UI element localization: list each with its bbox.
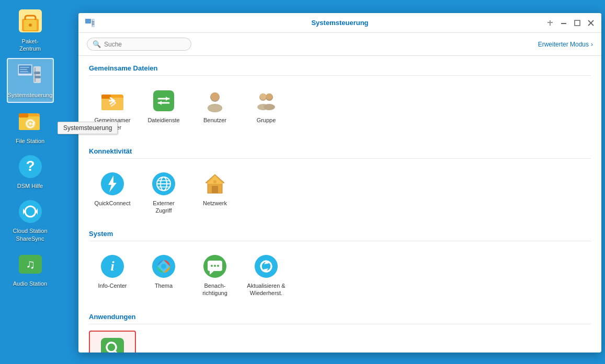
aktualisieren-label: Aktualisieren & Wiederherst. xyxy=(247,282,285,297)
audio-station-label: Audio Station xyxy=(13,280,47,287)
app-icon-thema[interactable]: Thema xyxy=(140,248,187,302)
file-station-icon xyxy=(17,108,44,135)
netzwerk-label: Netzwerk xyxy=(203,199,227,207)
svg-rect-31 xyxy=(85,19,91,24)
svg-rect-33 xyxy=(92,20,93,26)
svg-point-5 xyxy=(29,24,32,27)
svg-rect-84 xyxy=(101,338,124,353)
app-icon-info-center[interactable]: i Info-Center xyxy=(89,248,136,302)
dateidienste-icon xyxy=(151,88,176,113)
svg-rect-13 xyxy=(35,76,41,78)
svg-rect-14 xyxy=(20,67,29,68)
app-icon-externer-zugriff[interactable]: Externer Zugriff xyxy=(140,165,187,220)
svg-rect-15 xyxy=(20,69,27,70)
svg-point-81 xyxy=(255,255,278,278)
svg-point-50 xyxy=(211,92,219,101)
svg-point-26 xyxy=(19,200,42,223)
cloud-station-label: Cloud Station ShareSync xyxy=(13,227,47,242)
app-icon-aktualisieren[interactable]: Aktualisieren & Wiederherst. xyxy=(243,248,290,302)
maximize-button[interactable] xyxy=(573,19,581,27)
benutzer-label: Benutzer xyxy=(203,116,226,124)
search-icon: 🔍 xyxy=(93,40,101,48)
svg-text:♫: ♫ xyxy=(26,257,35,271)
benachrichtigung-icon xyxy=(202,254,227,279)
titlebar: Systemsteuerung xyxy=(78,13,601,33)
svg-point-55 xyxy=(264,104,275,110)
section-system: System i Info-Center xyxy=(89,230,591,302)
desktop-icon-systemsteuerung[interactable]: Systemsteuerung xyxy=(7,58,54,103)
gruppe-label: Gruppe xyxy=(257,116,276,124)
svg-text:?: ? xyxy=(26,158,35,174)
dsm-hilfe-icon: ? xyxy=(17,153,44,180)
minimize-button[interactable] xyxy=(560,19,568,27)
svg-rect-19 xyxy=(19,113,28,118)
icons-grid-system: i Info-Center xyxy=(89,248,591,302)
section-title-system: System xyxy=(89,230,591,241)
svg-point-22 xyxy=(29,123,31,125)
section-anwendungen: Anwendungen Indizierungs- diens xyxy=(89,313,591,353)
svg-rect-67 xyxy=(212,186,218,193)
section-konnektivitaet: Konnektivität QuickConnect xyxy=(89,147,591,220)
close-button[interactable] xyxy=(587,19,595,27)
benutzer-icon xyxy=(202,88,227,113)
app-icon-dateidienste[interactable]: Dateidienste xyxy=(140,82,187,137)
window-content: Gemeinsame Dateien xyxy=(78,56,601,353)
desktop-icon-cloud-station[interactable]: Cloud Station ShareSync xyxy=(7,195,54,245)
svg-rect-34 xyxy=(92,21,95,22)
desktop-icon-paket-zentrum[interactable]: Paket- Zentrum xyxy=(7,5,54,56)
advanced-mode-link[interactable]: Erweiterter Modus › xyxy=(538,41,593,48)
svg-point-56 xyxy=(260,93,266,100)
gemeinsamer-ordner-icon xyxy=(100,88,125,113)
pin-button[interactable] xyxy=(546,19,554,27)
externer-zugriff-icon xyxy=(151,171,176,196)
toolbar: 🔍 Erweiterter Modus › xyxy=(78,33,601,56)
svg-rect-44 xyxy=(101,95,111,99)
section-gemeinsame-dateien: Gemeinsame Dateien xyxy=(89,64,591,137)
thema-icon xyxy=(151,254,176,279)
section-title-konnektivitaet: Konnektivität xyxy=(89,147,591,159)
app-icon-quickconnect[interactable]: QuickConnect xyxy=(89,165,136,220)
gruppe-icon xyxy=(254,88,279,113)
svg-point-79 xyxy=(214,265,216,267)
advanced-mode-arrow: › xyxy=(591,41,593,48)
svg-point-69 xyxy=(213,180,216,183)
svg-text:i: i xyxy=(110,259,115,274)
app-icon-indizierungsdienst[interactable]: Indizierungs- dienst xyxy=(89,331,136,353)
search-input[interactable] xyxy=(104,41,182,48)
app-icon-netzwerk[interactable]: Netzwerk xyxy=(191,165,238,220)
svg-rect-35 xyxy=(92,24,95,25)
app-icon-benachrichtigung[interactable]: Benach- richtigung xyxy=(191,248,238,302)
svg-rect-12 xyxy=(34,72,40,74)
section-title-anwendungen: Anwendungen xyxy=(89,313,591,324)
info-center-icon: i xyxy=(100,254,125,279)
desktop-icon-dsm-hilfe[interactable]: ? DSM Hilfe xyxy=(7,150,54,193)
search-box[interactable]: 🔍 xyxy=(87,38,191,51)
systemsteuerung-tooltip: Systemsteuerung xyxy=(58,122,118,134)
aktualisieren-icon xyxy=(254,254,279,279)
dsm-hilfe-label: DSM Hilfe xyxy=(17,182,43,190)
paket-zentrum-icon xyxy=(17,8,44,36)
systemsteuerung-icon xyxy=(17,62,44,89)
indizierungsdienst-icon xyxy=(100,337,125,353)
svg-rect-45 xyxy=(153,90,174,111)
systemsteuerung-window: Systemsteuerung 🔍 Erwe xyxy=(78,13,601,353)
app-icon-benutzer[interactable]: Benutzer xyxy=(191,82,238,137)
file-station-label: File Station xyxy=(16,137,44,145)
svg-point-74 xyxy=(161,264,166,269)
svg-rect-38 xyxy=(561,23,566,24)
section-title-gemeinsame-dateien: Gemeinsame Dateien xyxy=(89,64,591,76)
svg-point-57 xyxy=(266,93,272,100)
icons-grid-konnektivitaet: QuickConnect xyxy=(89,165,591,220)
svg-rect-11 xyxy=(35,67,36,82)
desktop-icon-audio-station[interactable]: ♫ Audio Station xyxy=(7,248,54,290)
app-icon-gruppe[interactable]: Gruppe xyxy=(243,82,290,137)
quickconnect-label: QuickConnect xyxy=(94,199,130,207)
quickconnect-icon xyxy=(100,171,125,196)
thema-label: Thema xyxy=(155,282,173,289)
svg-rect-37 xyxy=(547,22,553,23)
desktop-icons: Paket- Zentrum Systemsteuer xyxy=(0,0,60,364)
svg-rect-32 xyxy=(92,19,95,27)
netzwerk-icon xyxy=(202,171,227,196)
desktop-icon-file-station[interactable]: File Station xyxy=(7,105,54,148)
window-icon xyxy=(85,18,95,28)
